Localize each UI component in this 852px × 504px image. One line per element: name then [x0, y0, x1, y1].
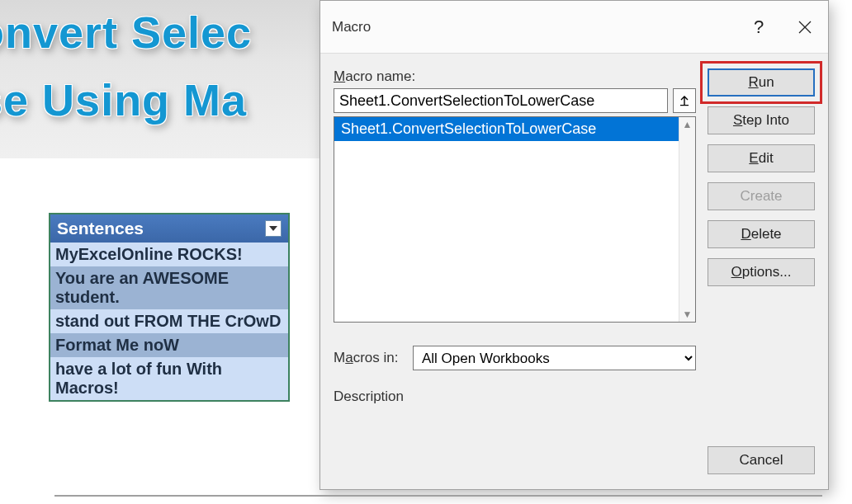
listbox-scrollbar[interactable]: ▲ ▼	[679, 117, 695, 322]
dialog-title: Macro	[332, 19, 371, 35]
macros-in-select[interactable]: All Open Workbooks	[413, 346, 696, 370]
table-header-label: Sentences	[57, 219, 144, 238]
close-icon	[798, 21, 812, 34]
macro-name-label: Macro name:	[334, 68, 696, 85]
description-label: Description	[334, 389, 696, 405]
table-row[interactable]: You are an AWESOME student.	[50, 266, 288, 309]
svg-rect-0	[680, 105, 689, 106]
create-button: Create	[708, 182, 815, 210]
help-button[interactable]: ?	[736, 1, 782, 53]
table-row[interactable]: have a lot of fun With Macros!	[50, 357, 288, 400]
scroll-up-icon[interactable]: ▲	[683, 119, 693, 130]
delete-button[interactable]: Delete	[708, 220, 815, 248]
dialog-title-bar: Macro ?	[320, 1, 828, 54]
table-row[interactable]: stand out FROM THE CrOwD	[50, 309, 288, 333]
table-row[interactable]: Format Me noW	[50, 333, 288, 357]
chevron-down-icon	[269, 226, 277, 231]
edit-button[interactable]: Edit	[708, 144, 815, 172]
table-header-row: Sentences	[50, 214, 288, 243]
table-row[interactable]: MyExcelOnline ROCKS!	[50, 243, 288, 266]
reference-edit-button[interactable]	[673, 88, 696, 113]
banner-line-2: ase Using Ma	[0, 74, 247, 125]
run-button[interactable]: Run	[708, 68, 815, 97]
macros-in-label: Macros in:	[334, 350, 403, 366]
reference-icon	[679, 95, 690, 106]
scroll-down-icon[interactable]: ▼	[683, 309, 693, 320]
excel-table[interactable]: Sentences MyExcelOnline ROCKS! You are a…	[49, 213, 290, 402]
banner-line-1: onvert Selec	[0, 7, 252, 58]
macro-listbox[interactable]: Sheet1.ConvertSelectionToLowerCase ▲ ▼	[334, 116, 696, 323]
help-icon: ?	[754, 16, 764, 38]
run-button-highlight: Run	[700, 61, 822, 104]
macro-dialog: Macro ? Macro name:	[320, 0, 829, 490]
background-banner: onvert Selec ase Using Ma	[0, 0, 322, 158]
filter-dropdown-button[interactable]	[265, 220, 282, 237]
macro-name-input[interactable]	[334, 88, 668, 113]
list-item[interactable]: Sheet1.ConvertSelectionToLowerCase	[334, 117, 679, 141]
step-into-button[interactable]: Step Into	[708, 106, 815, 134]
options-button[interactable]: Options...	[708, 258, 815, 286]
cancel-button[interactable]: Cancel	[708, 446, 815, 474]
close-button[interactable]	[782, 1, 828, 53]
horizontal-rule	[54, 495, 822, 497]
